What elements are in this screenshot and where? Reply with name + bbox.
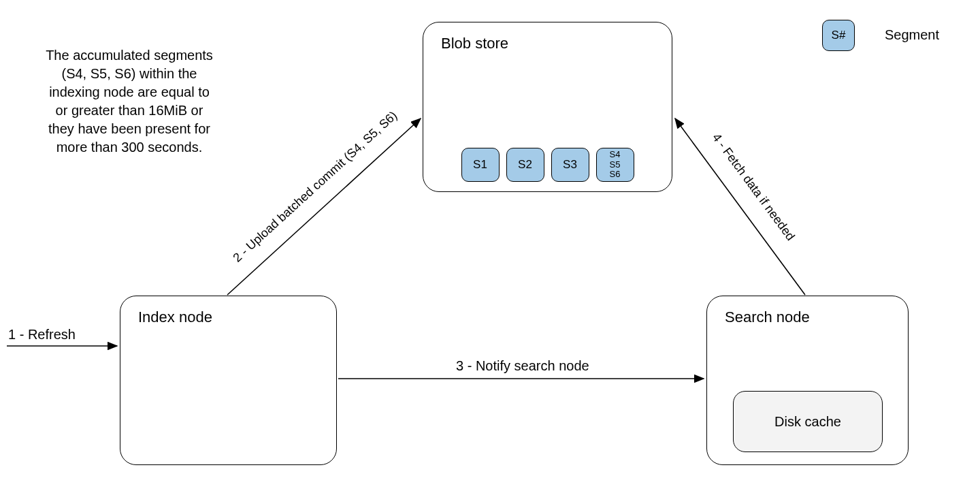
diagram-canvas: Blob store S1 S2 S3 S4 S5 S6 Index node … — [0, 0, 980, 491]
stack-line-s6: S6 — [610, 170, 621, 180]
search-node-title: Search node — [707, 296, 908, 338]
description-text: The accumulated segments (S4, S5, S6) wi… — [42, 46, 216, 157]
blob-store-segments: S1 S2 S3 S4 S5 S6 — [461, 148, 634, 182]
edge-label-refresh: 1 - Refresh — [8, 327, 76, 343]
index-node: Index node — [120, 296, 337, 465]
legend-segment-label: Segment — [885, 27, 939, 43]
disk-cache: Disk cache — [733, 391, 883, 452]
segment-s3: S3 — [551, 148, 589, 182]
index-node-title: Index node — [120, 296, 336, 338]
arrow-fetch — [675, 118, 805, 295]
stack-line-s4: S4 — [610, 150, 621, 160]
edge-label-upload: 2 - Upload batched commit (S4, S5, S6) — [231, 108, 400, 264]
segment-s4-s5-s6: S4 S5 S6 — [596, 148, 634, 182]
segment-s2: S2 — [506, 148, 544, 182]
arrow-upload — [227, 118, 421, 295]
search-node: Search node Disk cache — [706, 296, 909, 465]
legend-segment-swatch: S# — [822, 20, 855, 51]
segment-s1: S1 — [461, 148, 500, 182]
blob-store-title: Blob store — [423, 22, 672, 65]
edge-label-notify: 3 - Notify search node — [456, 358, 589, 374]
stack-line-s5: S5 — [610, 160, 621, 170]
blob-store-node: Blob store S1 S2 S3 S4 S5 S6 — [423, 22, 672, 192]
edge-label-fetch: 4 - Fetch data if needed — [710, 131, 798, 243]
